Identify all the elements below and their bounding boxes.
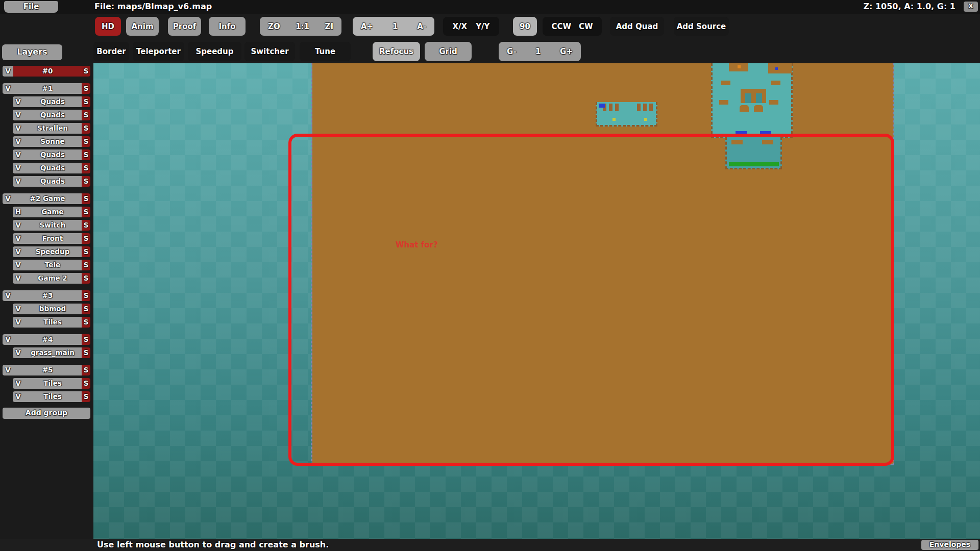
layer-label[interactable]: Quads — [23, 176, 82, 187]
layer-label[interactable]: grass_main — [23, 347, 82, 358]
layer-s-badge[interactable]: S — [82, 273, 90, 284]
layer-visibility-toggle[interactable]: V — [13, 136, 23, 147]
layer-label[interactable]: Tiles — [23, 391, 82, 402]
layer-visibility-toggle[interactable]: V — [13, 391, 23, 402]
layer-visibility-toggle[interactable]: V — [13, 149, 23, 160]
layer-s-badge[interactable]: S — [82, 378, 90, 389]
teleporter-button[interactable]: Teleporter — [133, 42, 184, 61]
flip-x-button[interactable]: X/X — [453, 22, 468, 31]
layer-s-badge[interactable]: S — [82, 136, 90, 147]
layer-visibility-toggle[interactable]: V — [13, 96, 23, 107]
layer-visibility-toggle[interactable]: V — [3, 365, 13, 375]
rotate-amount-button[interactable]: 90 — [513, 17, 537, 36]
layer-s-badge[interactable]: S — [82, 365, 90, 375]
layer-s-badge[interactable]: S — [82, 317, 90, 328]
layer-s-badge[interactable]: S — [82, 66, 90, 77]
layer-visibility-toggle[interactable]: V — [13, 220, 23, 231]
switcher-button[interactable]: Switcher — [244, 42, 295, 61]
map-canvas[interactable]: What for? — [93, 63, 980, 539]
layer-s-badge[interactable]: S — [82, 176, 90, 187]
layer-label[interactable]: Front — [23, 233, 82, 244]
layer-label[interactable]: #0 — [13, 66, 82, 77]
border-button[interactable]: Border — [93, 42, 129, 61]
layer-label[interactable]: #5 — [13, 365, 82, 375]
hd-toggle-button[interactable]: HD — [95, 17, 121, 36]
layer-s-badge[interactable]: S — [82, 334, 90, 345]
layer-visibility-toggle[interactable]: V — [13, 378, 23, 389]
layer-visibility-toggle[interactable]: V — [3, 290, 13, 301]
layer-label[interactable]: Quads — [23, 163, 82, 173]
layer-s-badge[interactable]: S — [82, 123, 90, 134]
grid-size-decrease-button[interactable]: G- — [507, 47, 517, 56]
layers-header-button[interactable]: Layers — [2, 44, 62, 60]
layer-label[interactable]: #2 Game — [13, 193, 82, 204]
layer-s-badge[interactable]: S — [82, 149, 90, 160]
add-source-button[interactable]: Add Source — [674, 17, 729, 36]
layer-s-badge[interactable]: S — [82, 246, 90, 257]
layer-label[interactable]: Quads — [23, 149, 82, 160]
layer-s-badge[interactable]: S — [82, 83, 90, 94]
layer-visibility-toggle[interactable]: V — [13, 260, 23, 270]
layer-visibility-toggle[interactable]: V — [13, 273, 23, 284]
layer-label[interactable]: Tiles — [23, 378, 82, 389]
layer-label[interactable]: #1 — [13, 83, 82, 94]
close-icon[interactable]: X — [964, 2, 978, 12]
layer-label[interactable]: Quads — [23, 110, 82, 120]
layer-visibility-toggle[interactable]: V — [13, 233, 23, 244]
tune-button[interactable]: Tune — [300, 42, 351, 61]
layer-visibility-toggle[interactable]: V — [13, 123, 23, 134]
anim-toggle-button[interactable]: Anim — [126, 17, 159, 36]
layer-s-badge[interactable]: S — [82, 304, 90, 314]
layer-visibility-toggle[interactable]: V — [13, 163, 23, 173]
layer-label[interactable]: bbmod — [23, 304, 82, 314]
envelopes-button[interactable]: Envelopes — [921, 540, 978, 550]
layer-visibility-toggle[interactable]: H — [13, 207, 23, 217]
add-group-button[interactable]: Add group — [3, 408, 90, 419]
layer-label[interactable]: #3 — [13, 290, 82, 301]
zoom-reset-button[interactable]: 1:1 — [296, 22, 309, 31]
layer-visibility-toggle[interactable]: V — [13, 110, 23, 120]
layer-label[interactable]: Game 2 — [23, 273, 82, 284]
layer-visibility-toggle[interactable]: V — [13, 176, 23, 187]
layer-label[interactable]: Game — [23, 207, 82, 217]
speedup-button[interactable]: Speedup — [188, 42, 241, 61]
layer-label[interactable]: Strallen — [23, 123, 82, 134]
file-menu-button[interactable]: File — [4, 1, 58, 13]
zoom-out-button[interactable]: ZO — [268, 22, 280, 31]
layer-visibility-toggle[interactable]: V — [13, 246, 23, 257]
layer-visibility-toggle[interactable]: V — [13, 317, 23, 328]
layer-label[interactable]: Switch — [23, 220, 82, 231]
grid-size-increase-button[interactable]: G+ — [560, 47, 573, 56]
layer-label[interactable]: Quads — [23, 96, 82, 107]
flip-y-button[interactable]: Y/Y — [476, 22, 489, 31]
layer-visibility-toggle[interactable]: V — [13, 347, 23, 358]
layer-s-badge[interactable]: S — [82, 233, 90, 244]
rotate-ccw-button[interactable]: CCW — [551, 22, 571, 31]
grid-toggle-button[interactable]: Grid — [425, 42, 472, 61]
layer-visibility-toggle[interactable]: V — [3, 334, 13, 345]
layer-s-badge[interactable]: S — [82, 290, 90, 301]
layer-label[interactable]: #4 — [13, 334, 82, 345]
layer-s-badge[interactable]: S — [82, 220, 90, 231]
layer-label[interactable]: Speedup — [23, 246, 82, 257]
proof-toggle-button[interactable]: Proof — [168, 17, 201, 36]
layer-visibility-toggle[interactable]: V — [13, 304, 23, 314]
layer-s-badge[interactable]: S — [82, 260, 90, 270]
layer-label[interactable]: Tele — [23, 260, 82, 270]
rotate-cw-button[interactable]: CW — [579, 22, 593, 31]
add-quad-button[interactable]: Add Quad — [610, 17, 664, 36]
refocus-button[interactable]: Refocus — [373, 42, 420, 61]
layer-label[interactable]: Tiles — [23, 317, 82, 328]
layer-s-badge[interactable]: S — [82, 347, 90, 358]
layer-visibility-toggle[interactable]: V — [3, 66, 13, 77]
layer-label[interactable]: Sonne — [23, 136, 82, 147]
layer-visibility-toggle[interactable]: V — [3, 83, 13, 94]
layer-s-badge[interactable]: S — [82, 110, 90, 120]
anim-speed-down-button[interactable]: A- — [417, 22, 426, 31]
zoom-in-button[interactable]: ZI — [325, 22, 333, 31]
layer-s-badge[interactable]: S — [82, 96, 90, 107]
info-toggle-button[interactable]: Info — [209, 17, 246, 36]
layer-s-badge[interactable]: S — [82, 163, 90, 173]
anim-speed-up-button[interactable]: A+ — [361, 22, 373, 31]
layer-s-badge[interactable]: S — [82, 193, 90, 204]
